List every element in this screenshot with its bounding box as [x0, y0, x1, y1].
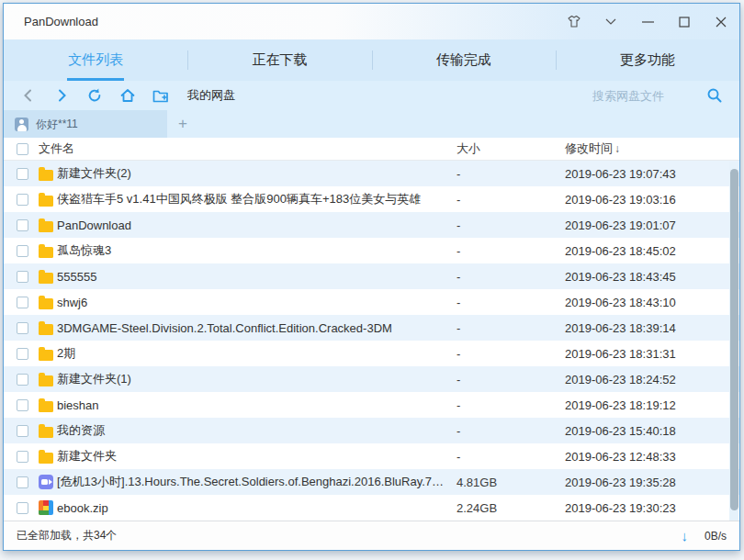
table-row[interactable]: 新建文件夹(2) - 2019-06-23 19:07:43: [4, 161, 739, 186]
file-modified: 2019-06-23 18:39:14: [565, 321, 728, 335]
row-checkbox[interactable]: [17, 399, 28, 411]
app-window: PanDownload 文件列表 正在下载 传输完成 更多功能: [3, 3, 740, 551]
file-name[interactable]: [危机13小时].13.Hours.The.Secret.Soldiers.of…: [57, 474, 457, 490]
file-modified: 2019-06-23 15:40:18: [565, 424, 728, 438]
file-size: -: [457, 424, 565, 438]
file-modified: 2019-06-23 19:35:28: [565, 476, 728, 489]
table-header: 文件名 大小 修改时间↓: [4, 138, 739, 161]
back-icon[interactable]: [15, 84, 42, 107]
folder-icon: [39, 196, 53, 207]
table-row[interactable]: 555555 - 2019-06-23 18:43:45: [4, 263, 739, 289]
breadcrumb[interactable]: 我的网盘: [187, 87, 235, 104]
table-row[interactable]: PanDownload - 2019-06-23 19:01:07: [4, 212, 739, 238]
file-name[interactable]: 新建文件夹(2): [57, 165, 457, 182]
row-checkbox[interactable]: [17, 348, 28, 360]
titlebar: PanDownload: [4, 4, 739, 39]
speed-indicator: ↓ 0B/s: [682, 528, 727, 543]
column-header-size[interactable]: 大小: [457, 140, 565, 157]
select-all-checkbox[interactable]: [17, 143, 28, 155]
table-row[interactable]: [危机13小时].13.Hours.The.Secret.Soldiers.of…: [4, 469, 739, 495]
file-size: -: [457, 347, 565, 361]
file-size: -: [457, 270, 565, 284]
table-row[interactable]: shwj6 - 2019-06-23 18:43:10: [4, 289, 739, 315]
file-name[interactable]: 侠盗猎车手5 v1.41中国风终极版 整合版900辆真车+183位美女与英雄: [57, 191, 457, 207]
refresh-icon[interactable]: [81, 84, 108, 107]
file-name[interactable]: bieshan: [57, 398, 457, 412]
file-name[interactable]: PanDownload: [57, 218, 457, 232]
row-checkbox[interactable]: [17, 194, 28, 206]
tab-downloading[interactable]: 正在下载: [187, 39, 371, 81]
tab-transfer-complete[interactable]: 传输完成: [372, 39, 556, 81]
row-checkbox[interactable]: [17, 297, 28, 308]
table-row[interactable]: 3DMGAME-Steel.Division.2.Total.Conflict.…: [4, 315, 739, 341]
new-folder-icon[interactable]: [147, 84, 175, 107]
table-row[interactable]: 新建文件夹(1) - 2019-06-23 18:24:52: [4, 366, 739, 392]
row-checkbox[interactable]: [17, 271, 28, 283]
table-row[interactable]: 2期 - 2019-06-23 18:31:31: [4, 341, 739, 366]
file-modified: 2019-06-23 19:30:23: [565, 501, 728, 515]
file-name[interactable]: ebook.zip: [57, 501, 457, 515]
file-modified: 2019-06-23 18:45:02: [565, 244, 728, 258]
file-name[interactable]: 3DMGAME-Steel.Division.2.Total.Conflict.…: [57, 321, 457, 335]
account-name: 你好**11: [36, 117, 78, 132]
close-icon[interactable]: [703, 4, 739, 39]
row-checkbox[interactable]: [17, 502, 28, 514]
file-size: -: [457, 296, 565, 309]
table-row[interactable]: 孤岛惊魂3 - 2019-06-23 18:45:02: [4, 238, 739, 263]
table-row[interactable]: 新建文件夹 - 2019-06-23 12:48:33: [4, 443, 739, 469]
home-icon[interactable]: [114, 84, 141, 107]
folder-icon: [39, 350, 53, 361]
folder-icon: [39, 247, 53, 258]
search-icon[interactable]: [701, 84, 728, 107]
tab-bar: 文件列表 正在下载 传输完成 更多功能: [4, 39, 739, 81]
file-size: 2.24GB: [457, 501, 565, 515]
file-modified: 2019-06-23 18:43:45: [565, 270, 728, 284]
scrollbar-track[interactable]: [729, 162, 738, 521]
table-row[interactable]: ebook.zip 2.24GB 2019-06-23 19:30:23: [4, 495, 739, 521]
row-checkbox[interactable]: [17, 476, 28, 488]
file-size: -: [457, 218, 565, 232]
minimize-icon[interactable]: [629, 4, 666, 39]
folder-icon: [39, 170, 53, 181]
search-input[interactable]: [592, 89, 701, 103]
menu-chevron-icon[interactable]: [592, 4, 629, 39]
file-modified: 2019-06-23 12:48:33: [565, 450, 728, 464]
user-icon: [15, 118, 28, 131]
row-checkbox[interactable]: [17, 425, 28, 437]
forward-icon[interactable]: [48, 84, 75, 107]
file-modified: 2019-06-23 18:31:31: [565, 347, 728, 361]
row-checkbox[interactable]: [17, 245, 28, 257]
row-checkbox[interactable]: [17, 219, 28, 231]
column-header-name[interactable]: 文件名: [39, 140, 457, 157]
window-title: PanDownload: [24, 15, 98, 28]
sort-desc-icon: ↓: [614, 142, 620, 155]
maximize-icon[interactable]: [666, 4, 703, 39]
tab-more-features[interactable]: 更多功能: [556, 39, 739, 81]
toolbar: 我的网盘: [4, 81, 739, 110]
zip-icon: [39, 500, 53, 515]
folder-icon: [39, 427, 53, 438]
row-checkbox[interactable]: [17, 322, 28, 334]
skin-icon[interactable]: [556, 4, 592, 39]
folder-icon: [39, 375, 53, 386]
file-name[interactable]: 555555: [57, 270, 457, 284]
table-row[interactable]: bieshan - 2019-06-23 18:19:12: [4, 392, 739, 418]
file-size: -: [457, 167, 565, 181]
account-tab[interactable]: 你好**11: [4, 110, 167, 138]
column-header-modified[interactable]: 修改时间↓: [565, 140, 728, 157]
row-checkbox[interactable]: [17, 374, 28, 386]
file-name[interactable]: 2期: [57, 345, 457, 362]
file-name[interactable]: shwj6: [57, 296, 457, 309]
file-name[interactable]: 新建文件夹: [57, 448, 457, 465]
scrollbar-thumb[interactable]: [730, 169, 738, 510]
table-row[interactable]: 我的资源 - 2019-06-23 15:40:18: [4, 418, 739, 443]
file-name[interactable]: 孤岛惊魂3: [57, 242, 457, 259]
file-name[interactable]: 新建文件夹(1): [57, 371, 457, 387]
file-name[interactable]: 我的资源: [57, 422, 457, 439]
tab-file-list[interactable]: 文件列表: [4, 39, 187, 81]
row-checkbox[interactable]: [17, 451, 28, 463]
add-account-button[interactable]: +: [167, 110, 198, 138]
row-checkbox[interactable]: [17, 168, 28, 180]
table-row[interactable]: 侠盗猎车手5 v1.41中国风终极版 整合版900辆真车+183位美女与英雄 -…: [4, 186, 739, 212]
load-status-text: 已全部加载，共34个: [17, 528, 117, 543]
